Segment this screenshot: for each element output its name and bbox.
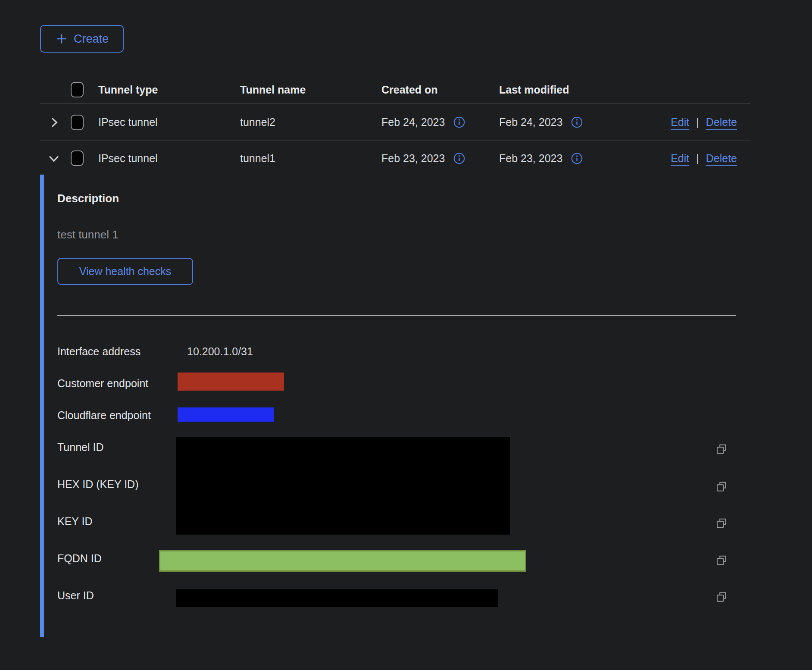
view-health-checks-button[interactable]: View health checks	[57, 258, 193, 285]
info-icon[interactable]	[571, 153, 583, 164]
description-label: Description	[57, 192, 119, 205]
interface-address-value: 10.200.1.0/31	[187, 345, 253, 358]
delete-link[interactable]: Delete	[706, 152, 737, 165]
plus-icon	[55, 32, 68, 45]
cloudflare-endpoint-label: Cloudflare endpoint	[57, 409, 178, 422]
tunnel-detail-panel: Description test tunnel 1 View health ch…	[40, 175, 751, 637]
table-row: IPsec tunnel tunnel2 Feb 24, 2023 Feb 24…	[40, 104, 751, 141]
tunnel-name-cell: tunnel2	[240, 116, 381, 128]
expand-row-button[interactable]	[44, 115, 64, 130]
column-header-tunnel-name: Tunnel name	[240, 84, 381, 96]
cloudflare-endpoint-redaction	[178, 407, 274, 422]
tunnel-type-cell: IPsec tunnel	[98, 116, 240, 128]
user-id-label: User ID	[57, 589, 178, 602]
key-id-label: KEY ID	[57, 515, 178, 528]
tunnel-type-cell: IPsec tunnel	[98, 152, 240, 165]
copy-icon	[715, 517, 728, 529]
collapse-row-button[interactable]	[44, 151, 64, 166]
tunnels-table: Tunnel type Tunnel name Created on Last …	[40, 76, 751, 175]
info-icon[interactable]	[453, 116, 465, 128]
row-checkbox[interactable]	[71, 150, 84, 166]
action-separator: |	[696, 116, 699, 128]
select-all-checkbox[interactable]	[71, 82, 84, 97]
hex-id-label: HEX ID (KEY ID)	[57, 478, 178, 491]
chevron-right-icon	[47, 115, 61, 130]
action-separator: |	[696, 152, 699, 165]
tunnel-id-label: Tunnel ID	[57, 441, 178, 454]
create-button-label: Create	[74, 32, 109, 46]
table-header-row: Tunnel type Tunnel name Created on Last …	[40, 76, 751, 104]
last-modified-cell: Feb 24, 2023	[499, 116, 562, 128]
interface-address-label: Interface address	[57, 345, 178, 358]
copy-icon	[715, 554, 728, 567]
last-modified-cell: Feb 23, 2023	[499, 152, 562, 165]
chevron-down-icon	[47, 151, 61, 166]
copy-fqdn-id-button[interactable]	[715, 553, 728, 567]
created-on-cell: Feb 24, 2023	[381, 116, 445, 128]
fqdn-id-redaction	[159, 550, 526, 572]
delete-link[interactable]: Delete	[706, 116, 737, 128]
row-checkbox[interactable]	[71, 115, 84, 130]
column-header-tunnel-type: Tunnel type	[98, 84, 240, 96]
customer-endpoint-label: Customer endpoint	[57, 377, 178, 390]
description-value: test tunnel 1	[57, 228, 119, 241]
copy-icon	[715, 590, 728, 603]
tunnel-name-cell: tunnel1	[240, 152, 381, 165]
customer-endpoint-redaction	[178, 373, 284, 391]
created-on-cell: Feb 23, 2023	[381, 152, 445, 165]
copy-icon	[715, 442, 728, 455]
info-icon[interactable]	[571, 116, 583, 128]
copy-icon	[715, 480, 728, 493]
ids-redaction	[176, 437, 510, 535]
copy-tunnel-id-button[interactable]	[715, 442, 728, 456]
copy-key-id-button[interactable]	[715, 516, 728, 530]
copy-user-id-button[interactable]	[715, 590, 728, 604]
edit-link[interactable]: Edit	[671, 116, 689, 128]
copy-hex-id-button[interactable]	[715, 479, 728, 493]
panel-divider	[57, 315, 736, 316]
table-row: IPsec tunnel tunnel1 Feb 23, 2023 Feb 23…	[40, 141, 751, 175]
create-button[interactable]: Create	[40, 25, 124, 53]
column-header-created-on: Created on	[381, 84, 499, 96]
info-icon[interactable]	[453, 153, 465, 164]
user-id-redaction	[176, 589, 498, 607]
edit-link[interactable]: Edit	[671, 152, 689, 165]
column-header-last-modified: Last modified	[499, 84, 643, 96]
tunnels-page: { "colors": { "background": "#1d1e20", "…	[0, 0, 812, 670]
